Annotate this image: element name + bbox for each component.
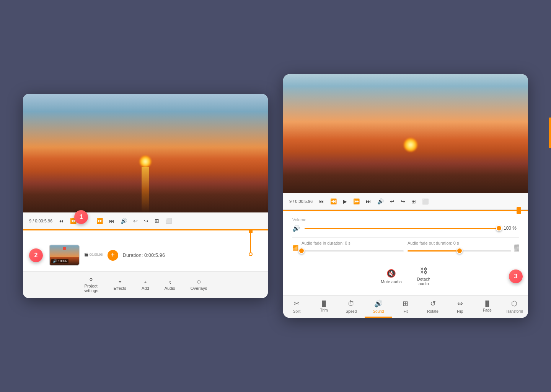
right-time-display: 9 / 0:00:5.96	[289, 199, 313, 204]
transform-label: Transform	[506, 309, 523, 314]
divider2	[292, 260, 519, 260]
volume-slider-fill	[305, 228, 499, 229]
right-volume-button[interactable]: 🔊	[376, 198, 385, 205]
fade-in-track	[302, 250, 404, 252]
volume-slider-container[interactable]	[305, 224, 499, 232]
volume-slider-thumb[interactable]	[496, 225, 502, 231]
right-step-back-button[interactable]: ⏪	[329, 198, 338, 205]
sun-reflection	[142, 167, 149, 212]
tab-fade[interactable]: ▐▌ Fade	[474, 296, 501, 318]
timeline-progress	[23, 229, 268, 230]
sound-controls: Volume 🔊 100 % 📶 Audi	[283, 211, 528, 295]
volume-button[interactable]: 🔊	[119, 217, 129, 225]
grid-button[interactable]: ⊞	[153, 217, 161, 225]
fade-out-slider[interactable]	[408, 247, 511, 255]
right-video-preview	[283, 74, 528, 193]
clip-position-dot	[63, 247, 66, 250]
right-undo-button[interactable]: ↩	[388, 198, 396, 205]
fit-label: Fit	[403, 309, 408, 314]
layout-button[interactable]: ⬜	[164, 217, 173, 225]
tab-sound[interactable]: 🔊 Sound	[365, 296, 392, 318]
toolbar-audio[interactable]: ♫ Audio	[165, 280, 175, 291]
volume-section-label: Volume	[292, 217, 519, 222]
fade-in-label: Audio fade in duration: 0 s	[302, 241, 404, 245]
clip-time-label: 🎬 00:05.96	[84, 253, 103, 256]
clip-thumbnail[interactable]: 🔊 🔊 100%100%	[49, 245, 80, 266]
fade-in-thumb[interactable]	[298, 248, 305, 254]
toolbar-effects[interactable]: ✦ Effects	[114, 279, 126, 291]
fade-in-slider[interactable]	[302, 247, 404, 255]
right-grid-button[interactable]: ⊞	[410, 198, 417, 205]
bottom-tabs: ✂ Split ▐▌ Trim ⏱ Speed 🔊 Sound ⊞ Fit ↺ …	[283, 295, 528, 318]
tab-split[interactable]: ✂ Split	[283, 296, 310, 318]
toolbar-overlays[interactable]: ⬡ Overlays	[191, 279, 207, 291]
redo-button[interactable]: ↪	[142, 217, 150, 225]
right-play-button[interactable]: ▶	[341, 198, 349, 205]
detach-label: Detach audio	[417, 277, 430, 286]
panels-container: 9 / 0:00:5.96 ⏮ ⏪ 1 ⏩ ⏭ 🔊 ↩ ↪ ⊞ ⬜	[23, 74, 528, 318]
add-label: Add	[142, 286, 149, 291]
tab-transform[interactable]: ⬡ Transform	[501, 296, 528, 318]
transform-icon: ⬡	[511, 299, 517, 308]
trim-label: Trim	[320, 308, 328, 312]
add-icon: +	[144, 280, 147, 284]
tab-fit[interactable]: ⊞ Fit	[392, 296, 419, 318]
right-skip-end-button[interactable]: ⏭	[364, 198, 373, 205]
step1-badge: 1	[74, 210, 88, 224]
tab-rotate[interactable]: ↺ Rotate	[419, 296, 447, 318]
project-settings-label: Project settings	[84, 284, 98, 293]
overlays-label: Overlays	[191, 286, 207, 291]
fade-out-section: Audio fade out duration: 0 s ▓	[408, 241, 519, 255]
effects-label: Effects	[114, 286, 126, 291]
volume-icon: 🔊	[292, 225, 300, 232]
left-bottom-toolbar: ⚙ Project settings ✦ Effects + Add ♫ Aud…	[23, 271, 268, 298]
right-layout-button[interactable]: ⬜	[421, 198, 430, 205]
detach-audio-button[interactable]: ⛓ Detach audio	[417, 266, 430, 286]
skip-start-button[interactable]: ⏮	[57, 217, 65, 225]
overlays-icon: ⬡	[197, 279, 201, 284]
toolbar-add[interactable]: + Add	[142, 280, 149, 291]
flip-label: Flip	[457, 309, 463, 314]
sound-label: Sound	[373, 309, 384, 314]
waveform-icon: ▓	[514, 244, 519, 251]
progress-thumb	[517, 207, 521, 214]
tab-speed[interactable]: ⏱ Speed	[337, 296, 365, 318]
fade-controls-row: 📶 Audio fade in duration: 0 s	[292, 241, 519, 255]
right-transport-bar: 9 / 0:00:5.96 ⏮ ⏪ ▶ ⏩ ⏭ 🔊 ↩ ↪ ⊞ ⬜	[283, 193, 528, 210]
mute-audio-button[interactable]: 🔇 Mute audio	[381, 269, 401, 284]
duration-label: Duration: 0:00:5.96	[123, 252, 165, 258]
gear-icon: ⚙	[89, 277, 93, 282]
right-sun	[404, 138, 417, 152]
trim-icon: ▐▌	[320, 301, 328, 307]
sun-decoration	[140, 156, 151, 167]
toolbar-project-settings[interactable]: ⚙ Project settings	[84, 277, 98, 293]
split-icon: ✂	[294, 299, 300, 308]
fit-icon: ⊞	[403, 299, 408, 308]
fade-out-thumb[interactable]	[456, 248, 463, 254]
add-clip-button[interactable]: +	[108, 250, 118, 261]
mute-icon: 🔇	[386, 269, 396, 278]
audio-icon: ♫	[168, 280, 171, 284]
timeline-area: 2 🔊 🔊 100%100% 🎬 00:05.96 + Duration: 0:…	[23, 229, 268, 271]
volume-control-row: 🔊 100 %	[292, 224, 519, 232]
right-step-forward-button[interactable]: ⏩	[352, 198, 361, 205]
step-forward-button[interactable]: ⏩	[95, 217, 104, 225]
skip-end-button[interactable]: ⏭	[108, 217, 116, 225]
left-video-preview	[23, 94, 268, 212]
tab-flip[interactable]: ⇔ Flip	[447, 296, 474, 318]
right-redo-button[interactable]: ↪	[399, 198, 407, 205]
flip-icon: ⇔	[457, 299, 463, 308]
fade-in-section: 📶 Audio fade in duration: 0 s	[292, 241, 404, 255]
tab-trim[interactable]: ▐▌ Trim	[310, 296, 337, 318]
step2-badge: 2	[29, 248, 43, 262]
timeline-clip-row: 2 🔊 🔊 100%100% 🎬 00:05.96 + Duration: 0:…	[23, 242, 268, 269]
right-skip-start-button[interactable]: ⏮	[317, 198, 326, 205]
step3-badge: 3	[509, 270, 523, 283]
undo-button[interactable]: ↩	[132, 217, 139, 225]
left-transport-bar: 9 / 0:00:5.96 ⏮ ⏪ 1 ⏩ ⏭ 🔊 ↩ ↪ ⊞ ⬜	[23, 212, 268, 229]
split-label: Split	[293, 309, 300, 314]
fade-out-track	[408, 250, 511, 252]
detach-icon: ⛓	[420, 266, 427, 275]
fade-label: Fade	[483, 308, 492, 312]
action-row: 🔇 Mute audio ⛓ Detach audio 3	[292, 263, 519, 289]
